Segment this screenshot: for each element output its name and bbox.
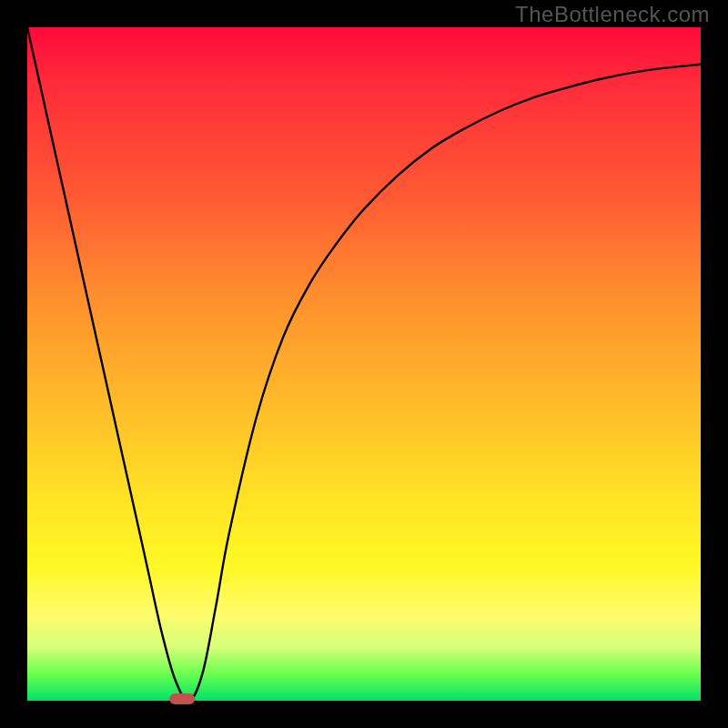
watermark-label: TheBottleneck.com [515,2,710,27]
bottleneck-curve [27,27,701,701]
optimum-marker [169,693,195,704]
chart-frame: TheBottleneck.com [0,0,728,728]
curve-svg [27,27,701,701]
plot-area [27,27,701,701]
